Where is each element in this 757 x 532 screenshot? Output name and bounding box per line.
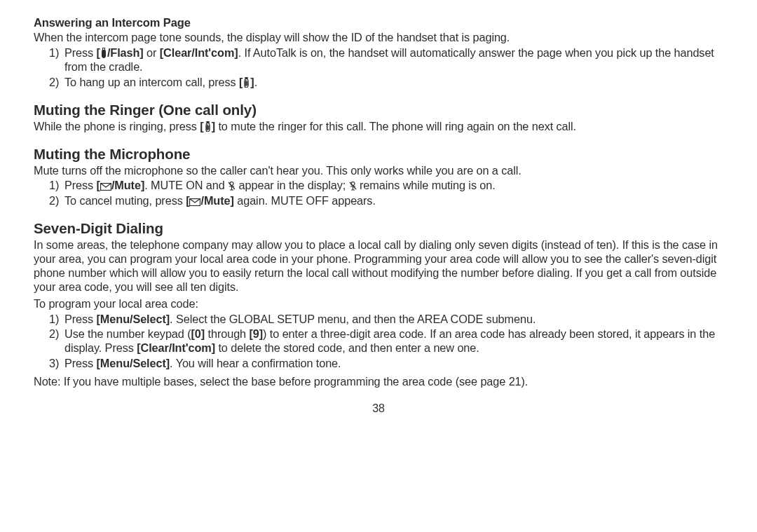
list-item: Press [/Flash] or [Clear/Int'com]. If Au… [49, 46, 723, 74]
text: Press [64, 46, 97, 59]
key-label: /Flash] [107, 46, 144, 59]
end-icon [204, 121, 212, 132]
text: . [254, 76, 257, 88]
intro-seven-digit: In some areas, the telephone company may… [34, 238, 723, 294]
list-item: To hang up an intercom call, press []. [49, 76, 723, 90]
list-item: Press [Menu/Select]. You will hear a con… [49, 357, 723, 371]
text: . You will hear a confirmation tone. [170, 357, 341, 369]
text: Press [64, 357, 97, 369]
text: While the phone is ringing, press [34, 120, 200, 132]
key-label: /Mute] [111, 179, 144, 191]
text: or [144, 46, 160, 59]
end-icon [243, 77, 250, 88]
text: to mute the ringer for this call. The ph… [215, 120, 576, 132]
steps-seven-digit: Press [Menu/Select]. Select the GLOBAL S… [34, 313, 723, 371]
steps-answering-intercom: Press [/Flash] or [Clear/Int'com]. If Au… [34, 46, 723, 90]
text: . MUTE ON and [144, 179, 228, 191]
key-label: [Menu/Select] [97, 357, 170, 369]
key-label: [9] [250, 327, 264, 340]
text: through [205, 327, 249, 340]
text: Press [64, 179, 97, 191]
text: to delete the stored code, and then ente… [215, 341, 479, 354]
text: Press [64, 313, 97, 325]
heading-seven-digit: Seven-Digit Dialing [34, 219, 723, 237]
talk-icon [100, 48, 107, 58]
lead-seven-digit: To program your local area code: [34, 297, 723, 311]
svg-rect-0 [245, 77, 247, 79]
svg-rect-1 [207, 121, 209, 123]
list-item: Use the number keypad ([0] through [9]) … [49, 327, 723, 355]
envelope-icon [189, 198, 200, 206]
intro-muting-mic: Mute turns off the microphone so the cal… [34, 164, 723, 178]
list-item: To cancel muting, press [/Mute] again. M… [49, 194, 723, 208]
text: again. MUTE OFF appears. [234, 194, 376, 207]
mute-indicator-icon [228, 182, 236, 191]
list-item: Press [Menu/Select]. Select the GLOBAL S… [49, 313, 723, 327]
text: To hang up an intercom call, press [64, 76, 239, 88]
key-label: [Clear/Int'com] [137, 341, 215, 354]
heading-answering-intercom: Answering an Intercom Page [34, 15, 723, 29]
heading-muting-mic: Muting the Microphone [34, 145, 723, 163]
key-label: [Menu/Select] [97, 313, 170, 325]
list-item: Press [/Mute]. MUTE ON and appear in the… [49, 179, 723, 193]
heading-muting-ringer: Muting the Ringer (One call only) [34, 101, 723, 118]
intro-answering-intercom: When the intercom page tone sounds, the … [34, 31, 723, 45]
text: appear in the display; [236, 179, 348, 191]
text: To cancel muting, press [64, 194, 186, 207]
note-seven-digit: Note: If you have multiple bases, select… [34, 375, 723, 389]
steps-muting-mic: Press [/Mute]. MUTE ON and appear in the… [34, 179, 723, 208]
text: . Select the GLOBAL SETUP menu, and then… [170, 313, 536, 325]
key-label: [0] [191, 327, 205, 340]
key-label: [Clear/Int'com] [160, 46, 238, 59]
key-label: /Mute] [200, 194, 233, 207]
text-muting-ringer: While the phone is ringing, press [] to … [34, 120, 723, 134]
envelope-icon [100, 183, 111, 191]
text: remains while muting is on. [357, 179, 496, 191]
mute-indicator-icon [349, 182, 357, 191]
text: Use the number keypad ( [64, 327, 191, 340]
page-number: 38 [34, 402, 723, 416]
